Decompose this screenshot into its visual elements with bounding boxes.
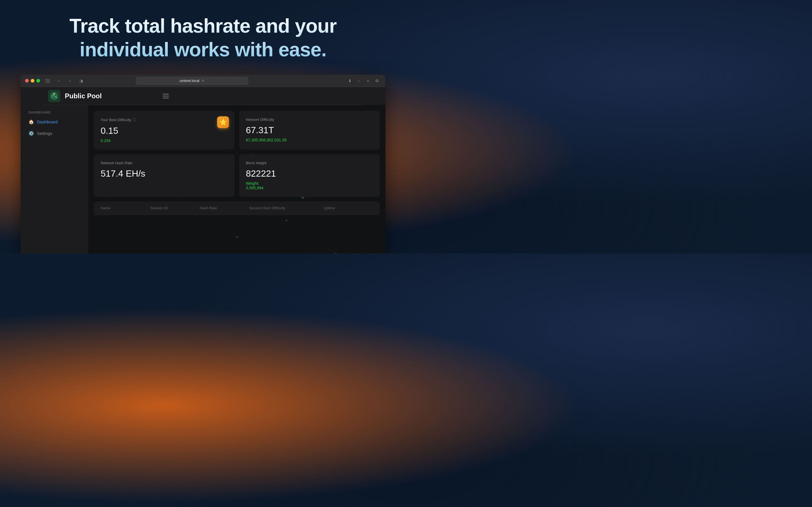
network-hash-rate-label-text: Network Hash Rate: [101, 161, 133, 165]
menu-line-1: [163, 94, 169, 94]
close-button[interactable]: [25, 79, 29, 82]
col-name: Name: [101, 206, 150, 210]
star-badge: ⭐: [217, 116, 229, 128]
card-best-difficulty: Your Best Difficulty ⓘ 0.15 0.154 ⭐: [94, 111, 235, 150]
card-network-hash-rate: Network Hash Rate 517.4 EH/s: [94, 154, 235, 197]
settings-icon: ⚙️: [29, 131, 34, 136]
col-uptime: Uptime: [323, 206, 373, 210]
url-text: umbrel.local: [180, 78, 199, 83]
info-icon[interactable]: ⓘ: [133, 117, 136, 122]
sidebar-item-dashboard[interactable]: 🏠 Dashboard: [25, 116, 84, 127]
maximize-button[interactable]: [36, 79, 40, 82]
hero-section: Track total hashrate and your individual…: [0, 8, 406, 67]
best-difficulty-label-text: Your Best Difficulty: [101, 118, 131, 122]
network-hash-rate-value: 517.4 EH/s: [101, 168, 228, 179]
best-difficulty-label: Your Best Difficulty ⓘ: [101, 117, 228, 122]
col-hash-rate: Hash Rate: [200, 206, 249, 210]
svg-point-23: [335, 252, 337, 253]
hero-title-line2: individual works with ease.: [80, 39, 326, 61]
hero-title-line1: Track total hashrate and your: [69, 15, 336, 37]
app-layout: DASHBOARD 🏠 Dashboard ⚙️ Settings: [20, 87, 386, 253]
network-difficulty-value: 67.31T: [246, 125, 373, 135]
svg-point-22: [285, 219, 287, 221]
browser-chrome: ⬛ ‹ › ◑ umbrel.local ↻ ⬇ ↑ + ⧉: [20, 75, 386, 87]
block-height-weight: Weight: 3,995,994: [246, 181, 373, 190]
stats-cards-grid: Your Best Difficulty ⓘ 0.15 0.154 ⭐ Netw…: [94, 111, 380, 197]
card-block-height: Block Height 822221 Weight: 3,995,994: [239, 154, 380, 197]
best-difficulty-value: 0.15: [101, 126, 228, 136]
sidebar-settings-label: Settings: [37, 131, 52, 136]
col-session-best-difficulty: Session Best Difficulty: [249, 206, 323, 210]
menu-line-3: [163, 98, 169, 98]
network-difficulty-label: Network Difficulty: [246, 117, 373, 122]
miners-table: Name Session ID Hash Rate Session Best D…: [94, 202, 380, 215]
table-header: Name Session ID Hash Rate Session Best D…: [94, 202, 380, 215]
sidebar-dashboard-label: Dashboard: [37, 119, 57, 124]
sidebar-toggle-icon[interactable]: ⬛: [43, 77, 51, 85]
svg-point-2: [53, 93, 55, 95]
browser-actions: ⬇ ↑ + ⧉: [346, 77, 381, 85]
svg-point-3: [51, 96, 53, 98]
reload-icon[interactable]: ↻: [202, 79, 204, 83]
new-tab-icon[interactable]: +: [364, 77, 372, 85]
app-logo: [48, 90, 60, 102]
address-bar[interactable]: umbrel.local ↻: [136, 76, 248, 85]
svg-point-21: [236, 236, 238, 238]
svg-point-4: [56, 97, 57, 98]
col-session-id: Session ID: [150, 206, 200, 210]
tabs-icon[interactable]: ⧉: [373, 77, 381, 85]
hero-title: Track total hashrate and your individual…: [6, 14, 400, 61]
home-icon: 🏠: [29, 119, 34, 124]
theme-toggle-icon[interactable]: ◑: [77, 77, 85, 85]
app-header: Public Pool: [41, 87, 365, 105]
sidebar-section-label: DASHBOARD: [25, 111, 84, 114]
block-height-label-text: Block Height: [246, 161, 266, 165]
menu-button[interactable]: [163, 94, 169, 98]
block-height-label: Block Height: [246, 161, 373, 165]
best-difficulty-sub: 0.154: [101, 138, 228, 143]
sidebar: DASHBOARD 🏠 Dashboard ⚙️ Settings: [20, 105, 88, 253]
card-network-difficulty: Network Difficulty 67.31T 67,305,906,902…: [239, 111, 380, 150]
forward-button[interactable]: ›: [66, 77, 74, 85]
main-content: Your Best Difficulty ⓘ 0.15 0.154 ⭐ Netw…: [88, 105, 386, 253]
menu-line-2: [163, 96, 169, 96]
traffic-lights: [25, 79, 40, 82]
download-icon[interactable]: ⬇: [346, 77, 354, 85]
back-button[interactable]: ‹: [55, 77, 63, 85]
weight-label: Weight:: [246, 181, 259, 186]
app-name: Public Pool: [65, 92, 102, 100]
sidebar-item-settings[interactable]: ⚙️ Settings: [25, 128, 84, 139]
browser-window: ⬛ ‹ › ◑ umbrel.local ↻ ⬇ ↑ + ⧉ Pu: [20, 75, 386, 253]
minimize-button[interactable]: [31, 79, 35, 82]
block-height-value: 822221: [246, 168, 373, 179]
svg-line-12: [237, 221, 287, 237]
network-hash-rate-label: Network Hash Rate: [101, 161, 228, 165]
weight-value: 3,995,994: [246, 186, 263, 190]
network-difficulty-sub: 67,305,906,902,031.39: [246, 138, 373, 142]
svg-line-13: [287, 221, 336, 253]
network-difficulty-label-text: Network Difficulty: [246, 117, 274, 122]
share-icon[interactable]: ↑: [355, 77, 363, 85]
